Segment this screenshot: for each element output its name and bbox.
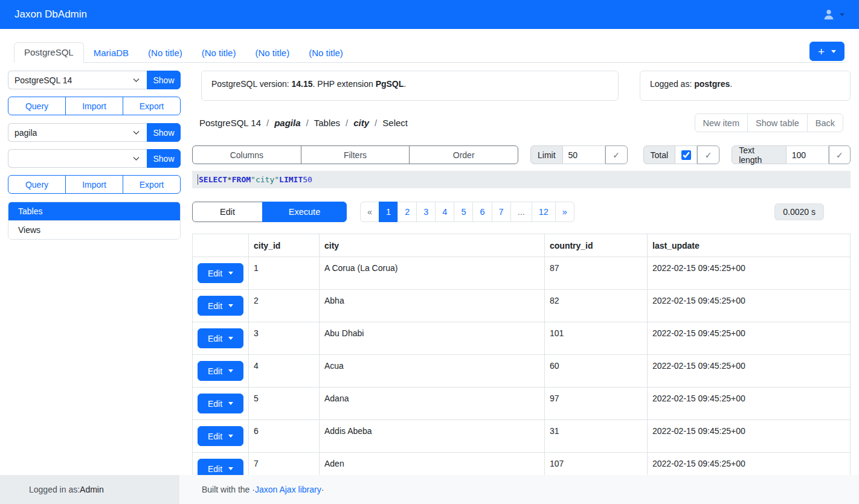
table-row: Edit 5 Adana 97 2022-02-15 09:45:25+00 [193,388,851,420]
logged-user: postgres [694,79,730,89]
breadcrumb-separator: / [266,118,269,128]
row-edit-button[interactable]: Edit [198,361,243,381]
caret-down-icon [228,402,233,405]
page-prev[interactable]: « [360,202,379,222]
cell-country-id: 101 [545,322,648,355]
breadcrumb-tables[interactable]: Tables [314,118,340,128]
schema-show-button[interactable]: Show [147,149,181,168]
database-select-value: pagila [14,128,132,138]
schema-select[interactable] [8,149,147,168]
limit-input[interactable] [563,145,605,164]
server-show-button[interactable]: Show [147,71,181,89]
cell-country-id: 82 [545,290,648,322]
page-5[interactable]: 5 [454,202,473,222]
row-edit-button[interactable]: Edit [198,296,243,316]
sql-keyword: SELECT [199,175,227,184]
php-extension: PgSQL [376,79,404,89]
limit-apply-button[interactable]: ✓ [605,145,628,164]
page-4[interactable]: 4 [435,202,454,222]
show-table-button[interactable]: Show table [747,113,808,132]
chevron-down-icon [132,154,141,163]
row-edit-label: Edit [208,301,222,311]
breadcrumb-table[interactable]: city [353,118,369,128]
server-query-button[interactable]: Query [8,97,66,115]
server-export-button[interactable]: Export [123,97,181,115]
row-edit-button[interactable]: Edit [198,263,243,283]
breadcrumb-select: Select [382,118,408,128]
database-show-button[interactable]: Show [147,123,181,142]
text-length-apply-button[interactable]: ✓ [829,145,851,164]
tab-no-title-1[interactable]: (No title) [138,43,192,63]
database-import-button[interactable]: Import [65,175,123,194]
database-select[interactable]: pagila [8,123,147,142]
chevron-down-icon [132,128,141,137]
execute-button[interactable]: Execute [262,202,347,222]
text-length-input[interactable] [787,145,829,164]
tab-no-title-4[interactable]: (No title) [299,43,353,63]
cell-country-id: 87 [545,257,648,290]
order-button[interactable]: Order [409,145,518,164]
cell-last-update: 2022-02-15 09:45:25+00 [648,420,851,453]
page-6[interactable]: 6 [472,202,492,222]
cell-city: Addis Abeba [320,420,545,453]
jaxon-library-link[interactable]: Jaxon Ajax library [255,485,321,494]
breadcrumb-separator: / [346,118,348,128]
tab-postgresql[interactable]: PostgreSQL [14,42,84,63]
database-export-button[interactable]: Export [123,175,181,194]
total-checkbox[interactable] [681,150,691,160]
breadcrumb-database[interactable]: pagila [274,118,300,128]
logged-as-box: Logged as: postgres. [640,71,851,101]
text-cursor [198,174,198,185]
plus-icon: + [818,46,825,57]
row-edit-button[interactable]: Edit [198,328,243,348]
cell-city-id: 3 [249,322,320,355]
server-import-button[interactable]: Import [65,97,123,115]
tab-bar: PostgreSQL MariaDB (No title) (No title)… [14,42,845,63]
user-menu[interactable] [822,8,845,21]
breadcrumb-separator: / [306,118,309,128]
ext-prefix: . PHP extension [313,79,376,89]
page-actions: New item Show table Back [695,113,843,132]
sidebar-item-views[interactable]: Views [8,220,180,239]
row-edit-button[interactable]: Edit [198,426,243,446]
results-table: city_id city country_id last_update Edit… [192,234,851,504]
page-12[interactable]: 12 [532,202,556,222]
database-query-button[interactable]: Query [8,175,66,194]
page-3[interactable]: 3 [416,202,436,222]
tab-no-title-3[interactable]: (No title) [245,43,299,63]
version-prefix: PostgreSQL version: [211,79,292,89]
caret-down-icon [228,272,233,275]
cell-city-id: 4 [249,355,320,388]
breadcrumb-server[interactable]: PostgreSQL 14 [199,118,261,128]
back-button[interactable]: Back [807,113,843,132]
total-apply-button[interactable]: ✓ [697,145,719,164]
table-row: Edit 3 Abu Dhabi 101 2022-02-15 09:45:25… [193,322,851,355]
header-city-id: city_id [249,234,320,257]
tab-mariadb[interactable]: MariaDB [84,43,138,63]
page-1[interactable]: 1 [379,202,398,222]
header-country-id: country_id [545,234,648,257]
columns-button[interactable]: Columns [192,145,301,164]
sidebar-item-tables[interactable]: Tables [8,202,180,220]
edit-query-button[interactable]: Edit [192,202,263,222]
page-2[interactable]: 2 [397,202,417,222]
user-icon [822,8,835,21]
cell-city-id: 1 [249,257,320,290]
page-next[interactable]: » [555,202,574,222]
cell-last-update: 2022-02-15 09:45:25+00 [648,355,851,388]
tab-no-title-2[interactable]: (No title) [192,43,246,63]
server-select[interactable]: PostgreSQL 14 [8,71,147,89]
filters-button[interactable]: Filters [301,145,410,164]
caret-down-icon [840,13,845,16]
sql-editor[interactable]: SELECT * FROM "city" LIMIT 50 [192,171,851,188]
limit-label: Limit [530,145,563,164]
new-item-button[interactable]: New item [695,113,748,132]
add-connection-button[interactable]: + [809,42,845,61]
table-row: Edit 6 Addis Abeba 31 2022-02-15 09:45:2… [193,420,851,453]
row-edit-button[interactable]: Edit [198,394,243,413]
server-select-value: PostgreSQL 14 [14,75,132,85]
sql-keyword: LIMIT [279,175,303,184]
cell-city-id: 5 [249,388,320,420]
page-7[interactable]: 7 [492,202,511,222]
server-version-box: PostgreSQL version: 14.15. PHP extension… [201,71,619,101]
